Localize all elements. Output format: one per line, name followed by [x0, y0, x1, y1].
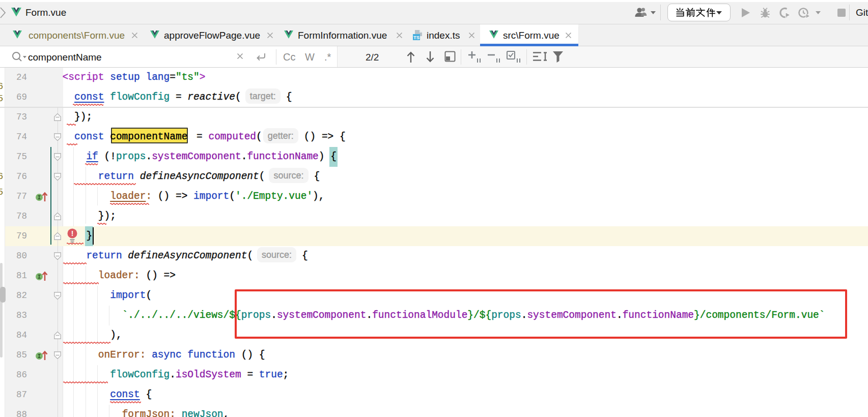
svg-text:TS: TS: [413, 35, 419, 40]
